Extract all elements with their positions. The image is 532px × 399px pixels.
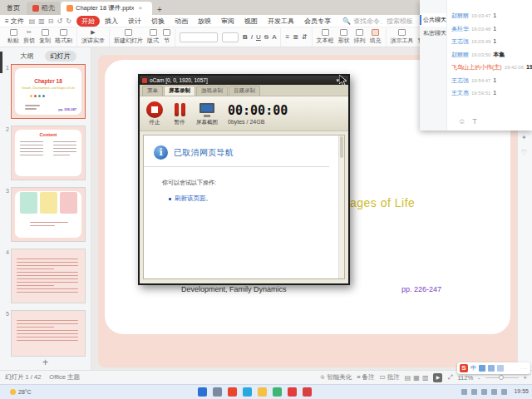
zoom-out-button[interactable]: - xyxy=(478,374,480,382)
copy-button[interactable]: 复制 xyxy=(39,29,51,45)
tab-design[interactable]: 设计 xyxy=(123,16,146,27)
tab-animation[interactable]: 动画 xyxy=(170,16,193,27)
tab-devtools[interactable]: 开发工具 xyxy=(263,16,299,27)
taskbar-app-icon[interactable] xyxy=(243,387,252,397)
tab-transition[interactable]: 切换 xyxy=(146,16,170,27)
docked-panel-handle[interactable] xyxy=(0,52,2,73)
zoom-slider[interactable] xyxy=(485,377,519,378)
stop-button[interactable]: 停止 xyxy=(146,101,163,126)
shape-button[interactable]: 形状 xyxy=(338,29,350,45)
tray-icon[interactable] xyxy=(501,389,507,395)
slide-thumbnail-5[interactable] xyxy=(11,310,86,357)
home-tab[interactable]: 首页 xyxy=(0,2,27,15)
taskbar-app-icon[interactable] xyxy=(288,387,297,397)
add-slide-button[interactable]: + xyxy=(0,357,91,368)
layout-button[interactable]: 版式 xyxy=(147,29,159,45)
slide-thumbnail-4[interactable] xyxy=(11,249,86,303)
slide-thumbnail-1[interactable]: Chapter 18 Growth, Development, and Stag… xyxy=(11,64,86,119)
document-tab[interactable]: Chapter 18 课件.pptx × xyxy=(61,2,152,15)
slides-tab[interactable]: 幻灯片 xyxy=(45,51,76,62)
align-center-icon[interactable]: ≣ xyxy=(293,33,298,41)
style-icon[interactable]: ✦ xyxy=(521,134,527,141)
ocam-tab-screen-record[interactable]: 屏幕录制 xyxy=(164,86,195,96)
zoom-in-button[interactable]: + xyxy=(524,374,527,382)
slide-thumbnail-2[interactable]: Content xyxy=(11,126,86,180)
print-icon[interactable]: ▥ xyxy=(38,17,45,25)
taskbar-app-icon[interactable] xyxy=(258,387,267,397)
chinese-mode-icon[interactable]: 中 xyxy=(470,364,476,372)
font-color-button[interactable]: A xyxy=(272,33,276,41)
sorter-view-icon[interactable]: ▦ xyxy=(413,374,420,382)
slideshow-play-button[interactable]: ▶ xyxy=(433,373,442,382)
emoji-icon[interactable]: ☺ xyxy=(458,117,466,126)
tab-review[interactable]: 审阅 xyxy=(216,16,239,27)
new-slide-button[interactable]: 新建幻灯片 xyxy=(114,29,143,45)
taskbar-app-icon[interactable] xyxy=(198,387,207,397)
tab-close-icon[interactable]: × xyxy=(138,4,142,12)
tray-icon[interactable] xyxy=(461,389,467,395)
pause-button[interactable]: 暂停 xyxy=(171,101,188,126)
paste-button[interactable]: 粘贴 xyxy=(7,29,19,45)
align-left-icon[interactable]: ≡ xyxy=(285,33,289,41)
toolbox-icon[interactable] xyxy=(497,365,504,372)
tab-slideshow[interactable]: 放映 xyxy=(193,16,216,27)
taskbar-app-icon[interactable] xyxy=(228,387,237,397)
notes-button[interactable]: ≡ 备注 xyxy=(357,373,374,382)
file-menu[interactable]: ≡ 文件 xyxy=(0,17,29,26)
more-options-icon[interactable]: ··· xyxy=(520,366,528,371)
strikethrough-button[interactable]: S xyxy=(264,33,268,41)
taskbar-app-icon[interactable] xyxy=(213,387,222,397)
tab-insert[interactable]: 插入 xyxy=(100,16,123,27)
taskbar-app-icon[interactable] xyxy=(273,387,282,397)
tab-home[interactable]: 开始 xyxy=(76,16,100,27)
text-format-icon[interactable]: T xyxy=(472,117,477,126)
preview-icon[interactable]: ⊟ xyxy=(48,17,54,25)
refresh-page-link[interactable]: 刷新该页面。 xyxy=(175,195,212,203)
tab-member[interactable]: 会员专享 xyxy=(299,16,336,27)
normal-view-icon[interactable]: ▤ xyxy=(405,374,411,382)
screen-capture-button[interactable]: 屏幕截图 xyxy=(196,101,218,126)
textbox-button[interactable]: 文本框 xyxy=(317,29,334,45)
font-size-select[interactable] xyxy=(222,32,239,42)
weather-widget[interactable]: 28°C xyxy=(10,389,32,395)
private-chat-tab[interactable]: 私密聊天 xyxy=(420,27,446,40)
redo-icon[interactable]: ↻ xyxy=(66,17,71,25)
keyboard-icon[interactable] xyxy=(488,365,495,372)
store-tab[interactable]: 稻壳 xyxy=(27,2,61,15)
zoom-level[interactable]: 112% xyxy=(457,374,473,382)
favorite-icon[interactable]: ♡ xyxy=(521,149,527,156)
line-spacing-icon[interactable]: ⇵ xyxy=(302,33,308,41)
bold-button[interactable]: B xyxy=(243,33,248,41)
public-chat-tab[interactable]: 公共聊天 xyxy=(420,13,446,27)
fit-window-icon[interactable]: ⤢ xyxy=(447,373,452,382)
ocam-tab-audio-record[interactable]: 音频录制 xyxy=(229,86,260,96)
taskbar-app-icon[interactable] xyxy=(303,387,312,397)
cut-button[interactable]: ✂ 剪切 xyxy=(23,29,35,45)
tray-icon[interactable] xyxy=(481,389,487,395)
section-button[interactable]: 节 xyxy=(163,29,170,45)
zoom-slider-handle[interactable] xyxy=(499,375,504,380)
slide-thumbnail-3[interactable]: pp. 226-247 xyxy=(11,187,86,242)
ocam-scrollbar[interactable] xyxy=(338,135,344,278)
tab-view[interactable]: 视图 xyxy=(239,16,263,27)
ocam-tab-menu[interactable]: 菜单 xyxy=(142,86,163,96)
font-family-select[interactable] xyxy=(180,32,218,42)
arrange-button[interactable]: 排列 xyxy=(354,29,366,45)
underline-button[interactable]: U xyxy=(256,33,261,41)
tray-icon[interactable] xyxy=(471,389,477,395)
ocam-window[interactable]: oCam [0, 0, 1920, 1057] ▾ × 菜单 屏幕录制 游戏录制… xyxy=(138,74,350,285)
punctuation-icon[interactable] xyxy=(479,365,485,372)
ocam-tab-game-record[interactable]: 游戏录制 xyxy=(196,86,228,96)
present-tools-button[interactable]: 演示工具 xyxy=(391,29,414,45)
save-icon[interactable]: ▤ xyxy=(29,17,36,25)
undo-icon[interactable]: ↺ xyxy=(57,17,63,25)
italic-button[interactable]: I xyxy=(251,33,253,41)
lecture-record-button[interactable]: ▶ 演讲实录 xyxy=(81,29,105,45)
format-painter-button[interactable]: 格式刷 xyxy=(55,29,72,45)
outline-tab[interactable]: 大纲 xyxy=(15,51,40,62)
sogou-logo-icon[interactable]: S xyxy=(460,364,468,372)
tray-icon[interactable] xyxy=(491,389,497,395)
ocam-titlebar[interactable]: oCam [0, 0, 1920, 1057] ▾ × xyxy=(140,76,348,85)
new-tab-button[interactable]: + xyxy=(152,4,167,15)
input-method-bar[interactable]: S 中 ··· xyxy=(457,362,530,374)
